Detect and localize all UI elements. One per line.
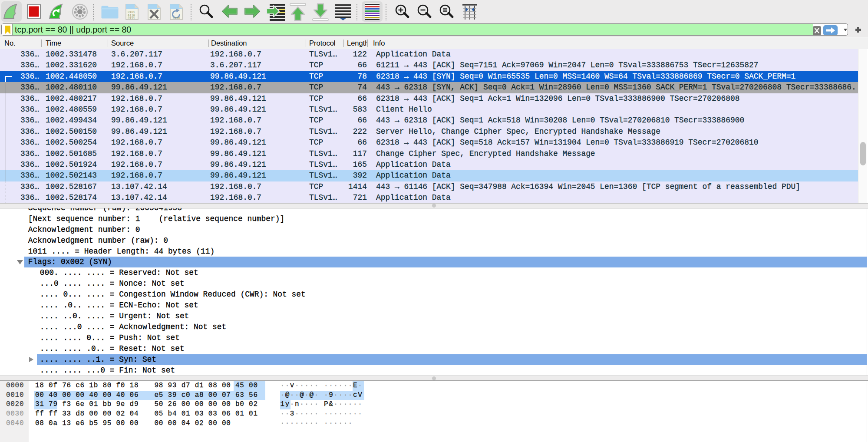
svg-text:0111: 0111	[128, 16, 135, 20]
svg-text:0110: 0110	[173, 16, 180, 20]
svg-text:0101: 0101	[128, 10, 135, 14]
